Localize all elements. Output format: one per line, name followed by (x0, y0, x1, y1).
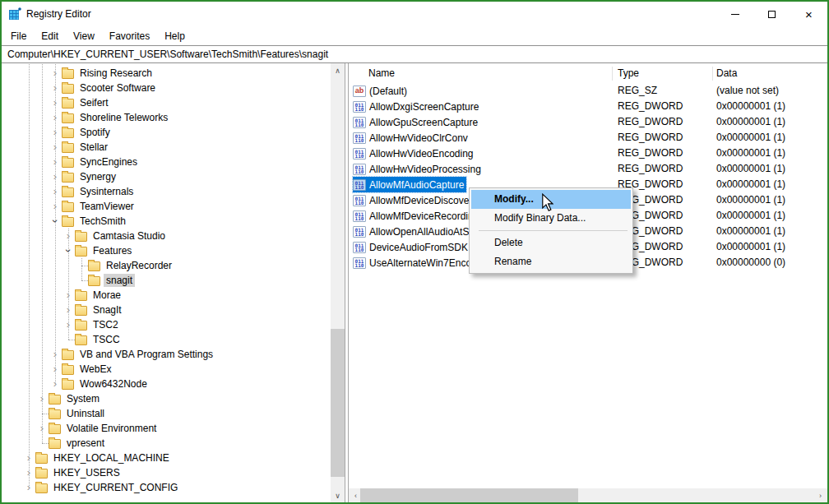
chevron-right-icon[interactable]: › (49, 363, 62, 376)
tree-item-label[interactable]: snagit (104, 274, 135, 287)
tree-item-hkey-current-config[interactable]: ›HKEY_CURRENT_CONFIG (2, 480, 331, 495)
minimize-button[interactable] (716, 2, 753, 26)
column-header-data[interactable]: Data (716, 67, 737, 79)
tree-item-label[interactable]: WebEx (77, 363, 113, 376)
close-button[interactable]: × (790, 2, 827, 26)
tree-item-uninstall[interactable]: Uninstall (2, 406, 331, 421)
chevron-right-icon[interactable]: › (49, 126, 62, 139)
context-menu-item-delete[interactable]: Delete (471, 234, 631, 252)
registry-value-row-allowgpuscreencapture[interactable]: 011110AllowGpuScreenCaptureREG_DWORD0x00… (349, 114, 827, 130)
chevron-right-icon[interactable]: › (62, 303, 75, 317)
chevron-right-icon[interactable]: › (49, 170, 62, 183)
chevron-right-icon[interactable]: › (49, 111, 62, 124)
tree-item-tsc2[interactable]: ›TSC2 (2, 317, 331, 332)
tree-item-label[interactable]: Stellar (77, 141, 110, 154)
tree-item-label[interactable]: TSC2 (90, 318, 121, 331)
chevron-right-icon[interactable]: › (49, 96, 62, 109)
value-name-cell[interactable]: 011110AllowMfDeviceDiscovery (353, 192, 479, 208)
tree-item-camtasia-studio[interactable]: ›Camtasia Studio (2, 229, 331, 243)
menu-favorites[interactable]: Favorites (102, 28, 157, 44)
tree-item-label[interactable]: Camtasia Studio (90, 229, 168, 243)
context-menu-item-rename[interactable]: Rename (471, 252, 631, 271)
tree-item-rising-research[interactable]: ›Rising Research (2, 66, 331, 81)
tree-item-label[interactable]: HKEY_CURRENT_CONFIG (51, 481, 180, 494)
tree-item-label[interactable]: HKEY_USERS (51, 466, 123, 479)
tree-item-label[interactable]: VB and VBA Program Settings (77, 348, 215, 361)
chevron-right-icon[interactable]: › (49, 141, 62, 154)
address-bar[interactable]: Computer\HKEY_CURRENT_USER\Software\Tech… (2, 45, 827, 63)
chevron-right-icon[interactable]: › (49, 377, 62, 391)
registry-value-row-allowhwvideoprocessing[interactable]: 011110AllowHwVideoProcessingREG_DWORD0x0… (349, 161, 827, 177)
tree-vertical-scrollbar[interactable]: ∧ ∨ (331, 63, 345, 502)
chevron-right-icon[interactable]: › (22, 451, 35, 465)
context-menu-item-modify-binary-data[interactable]: Modify Binary Data... (471, 209, 631, 228)
chevron-right-icon[interactable]: › (35, 422, 49, 435)
tree-item-scooter-software[interactable]: ›Scooter Software (2, 81, 331, 95)
tree-item-relayrecorder[interactable]: RelayRecorder (2, 258, 331, 273)
tree-item-label[interactable]: Shoreline Teleworks (77, 111, 170, 124)
chevron-right-icon[interactable]: › (49, 185, 62, 198)
tree-item-label[interactable]: Synergy (77, 170, 118, 183)
tree-item-tscc[interactable]: TSCC (2, 332, 331, 347)
column-divider[interactable] (712, 67, 713, 81)
registry-value-row-allowhwvideoclrconv[interactable]: 011110AllowHwVideoClrConvREG_DWORD0x0000… (349, 130, 827, 146)
tree-item-system[interactable]: ›System (2, 391, 331, 406)
chevron-right-icon[interactable]: › (49, 81, 62, 95)
menu-help[interactable]: Help (157, 28, 192, 44)
scroll-right-button[interactable]: › (813, 488, 827, 502)
scroll-down-button[interactable]: ∨ (331, 488, 345, 502)
tree-item-spotify[interactable]: ›Spotify (2, 125, 331, 140)
tree-item-label[interactable]: Sysinternals (77, 185, 136, 198)
chevron-right-icon[interactable]: › (49, 67, 62, 80)
tree-scrollbar-thumb[interactable] (331, 329, 345, 477)
tree-item-label[interactable]: SyncEngines (77, 155, 140, 169)
value-name-cell[interactable]: 011110AllowHwVideoEncoding (353, 146, 476, 161)
tree-item-syncengines[interactable]: ›SyncEngines (2, 155, 331, 169)
value-name-cell[interactable]: 011110UseAlternateWin7Encoder (353, 255, 488, 270)
tree-item-label[interactable]: System (64, 392, 102, 405)
horizontal-scrollbar-thumb[interactable] (360, 488, 578, 502)
value-name-cell[interactable]: 011110AllowMfDeviceRecording (353, 208, 481, 224)
tree-item-sysinternals[interactable]: ›Sysinternals (2, 184, 331, 199)
value-name-cell[interactable]: ab(Default) (353, 83, 410, 99)
tree-item-label[interactable]: TSCC (90, 333, 123, 346)
tree-item-label[interactable]: Volatile Environment (64, 422, 159, 435)
tree-item-techsmith[interactable]: ›TechSmith (2, 214, 331, 229)
tree-item-seifert[interactable]: ›Seifert (2, 95, 331, 110)
value-name-cell[interactable]: 011110AllowHwVideoProcessing (353, 161, 484, 177)
chevron-right-icon[interactable]: › (49, 155, 62, 169)
chevron-right-icon[interactable]: › (62, 229, 75, 243)
tree-item-label[interactable]: Features (90, 244, 134, 257)
chevron-right-icon[interactable]: › (49, 348, 62, 361)
value-name-cell[interactable]: 011110AllowDxgiScreenCapture (353, 99, 481, 114)
scroll-up-button[interactable]: ∧ (331, 63, 345, 77)
registry-value-row-allowdxgiscreencapture[interactable]: 011110AllowDxgiScreenCaptureREG_DWORD0x0… (349, 99, 827, 114)
value-name-cell[interactable]: 011110DeviceAudioFromSDK (353, 239, 470, 255)
value-name-cell[interactable]: 011110AllowMfAudioCapture (353, 177, 466, 192)
tree-item-label[interactable]: SnagIt (90, 303, 124, 317)
chevron-right-icon[interactable]: › (35, 392, 49, 405)
tree-item-vpresent[interactable]: vpresent (2, 436, 331, 451)
menu-view[interactable]: View (66, 28, 102, 44)
chevron-down-icon[interactable]: › (62, 244, 75, 257)
tree-item-label[interactable]: TeamViewer (77, 200, 137, 213)
tree-item-stellar[interactable]: ›Stellar (2, 140, 331, 155)
tree-item-features[interactable]: ›Features (2, 243, 331, 258)
tree-item-label[interactable]: HKEY_LOCAL_MACHINE (51, 451, 172, 465)
tree-item-label[interactable]: Uninstall (64, 407, 107, 420)
tree-item-webex[interactable]: ›WebEx (2, 362, 331, 377)
value-name-cell[interactable]: 011110AllowOpenAllAudioAtStart (353, 224, 486, 239)
menu-file[interactable]: File (3, 28, 34, 44)
tree-item-label[interactable]: Spotify (77, 126, 113, 139)
tree-item-synergy[interactable]: ›Synergy (2, 169, 331, 184)
tree-item-label[interactable]: Scooter Software (77, 81, 158, 95)
tree-item-wow6432node[interactable]: ›Wow6432Node (2, 377, 331, 391)
chevron-down-icon[interactable]: › (49, 215, 62, 228)
tree-item-label[interactable]: RelayRecorder (104, 259, 174, 272)
tree-item-shoreline-teleworks[interactable]: ›Shoreline Teleworks (2, 110, 331, 125)
maximize-button[interactable] (753, 2, 790, 26)
tree-item-label[interactable]: TechSmith (77, 215, 128, 228)
menu-edit[interactable]: Edit (34, 28, 66, 44)
tree-item-vb-and-vba-program-settings[interactable]: ›VB and VBA Program Settings (2, 347, 331, 362)
tree-item-label[interactable]: Seifert (77, 96, 111, 109)
